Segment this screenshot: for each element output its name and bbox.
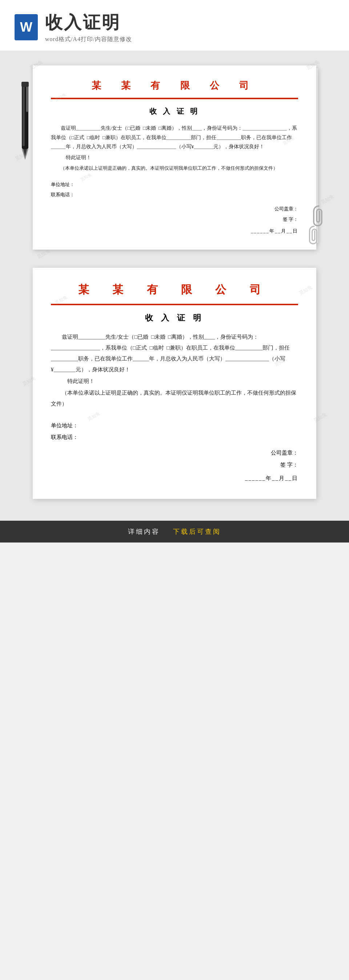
word-icon: [14, 14, 38, 40]
doc1-divider: [51, 98, 298, 99]
doc1-sig-area: 单位地址： 联系电话： 公司盖章： 签 字： ______年__月__日: [51, 180, 298, 237]
doc2-phone: 联系电话：: [51, 432, 298, 442]
doc-card-first-wrapper: 觅知兔 觅知兔 觅知兔 某 某 有 限 公 司 收 入 证 明 兹证明_____…: [33, 65, 316, 250]
doc1-sign: 签 字：: [51, 215, 298, 225]
svg-rect-1: [22, 84, 25, 146]
doc2-title: 收 入 证 明: [51, 312, 298, 323]
paperclip-2: [308, 225, 320, 246]
doc2-sign: 签 字：: [51, 459, 298, 471]
paperclip-svg-2: [308, 225, 320, 245]
doc1-title: 收 入 证 明: [51, 107, 298, 116]
doc-card-1: 觅知兔 觅知兔 觅知兔 某 某 有 限 公 司 收 入 证 明 兹证明_____…: [33, 65, 316, 250]
doc2-date: ______年__月__日: [51, 473, 298, 484]
pen-decoration: [14, 80, 37, 169]
header-title: 收入证明: [45, 11, 132, 34]
doc2-body: 兹证明__________先生/女士（□已婚 □未婚 □离婚），性别____，身…: [51, 331, 298, 409]
doc1-para2: 特此证明！: [51, 153, 298, 162]
doc1-date: ______年__月__日: [51, 226, 298, 237]
watermark-4: 觅知兔: [320, 193, 335, 206]
pen-svg: [14, 80, 37, 167]
doc1-seal: 公司盖章：: [51, 204, 298, 215]
doc1-address: 单位地址：: [51, 180, 298, 189]
doc2-address: 单位地址：: [51, 420, 298, 431]
paperclip-1: [312, 205, 325, 228]
doc2-para1: 兹证明__________先生/女士（□已婚 □未婚 □离婚），性别____，身…: [51, 331, 298, 375]
doc1-phone: 联系电话：: [51, 190, 298, 199]
svg-rect-4: [26, 83, 28, 112]
doc1-company: 某 某 有 限 公 司: [51, 76, 298, 95]
doc2-para3: （本单位承诺以上证明是正确的，真实的。本证明仅证明我单位职工的工作，不做任何形式…: [51, 387, 298, 409]
doc2-sig-area: 单位地址： 联系电话： 公司盖章： 签 字： ______年__月__日: [51, 420, 298, 484]
doc2-divider: [51, 304, 298, 305]
doc1-sig-right: 公司盖章： 签 字： ______年__月__日: [51, 204, 298, 237]
footer-bar: 详细内容 下载后可查阅: [0, 521, 349, 542]
doc-card-2: 觅知兔 觅知兔 觅知兔 某 某 有 限 公 司 收 入 证 明 兹证明_____…: [33, 268, 316, 499]
doc2-company: 某 某 有 限 公 司: [51, 279, 298, 301]
footer-text1: 详细内容: [128, 528, 160, 535]
doc2-sig-right: 公司盖章： 签 字： ______年__月__日: [51, 447, 298, 484]
paperclip-svg-1: [312, 205, 325, 226]
documents-area: 觅知兔 觅知兔 觅知兔 觅知兔 觅知兔 觅知兔 觅知兔 觅知兔: [0, 51, 349, 521]
doc1-para3: （本单位承诺以上证明是正确的，真实的。本证明仅证明我单位职工的工作，不做任何形式…: [51, 164, 298, 173]
svg-rect-5: [21, 82, 29, 87]
doc2-seal: 公司盖章：: [51, 447, 298, 459]
header-section: 收入证明 word格式/A4打印/内容随意修改: [0, 0, 349, 51]
doc1-para1: 兹证明__________先生/女士（□已婚 □未婚 □离婚），性别____，身…: [51, 124, 298, 151]
header-subtitle: word格式/A4打印/内容随意修改: [45, 36, 132, 43]
footer-text2: 下载后可查阅: [173, 528, 221, 535]
header-text-block: 收入证明 word格式/A4打印/内容随意修改: [45, 11, 132, 43]
doc2-para2: 特此证明！: [51, 376, 298, 387]
doc1-body: 兹证明__________先生/女士（□已婚 □未婚 □离婚），性别____，身…: [51, 124, 298, 173]
